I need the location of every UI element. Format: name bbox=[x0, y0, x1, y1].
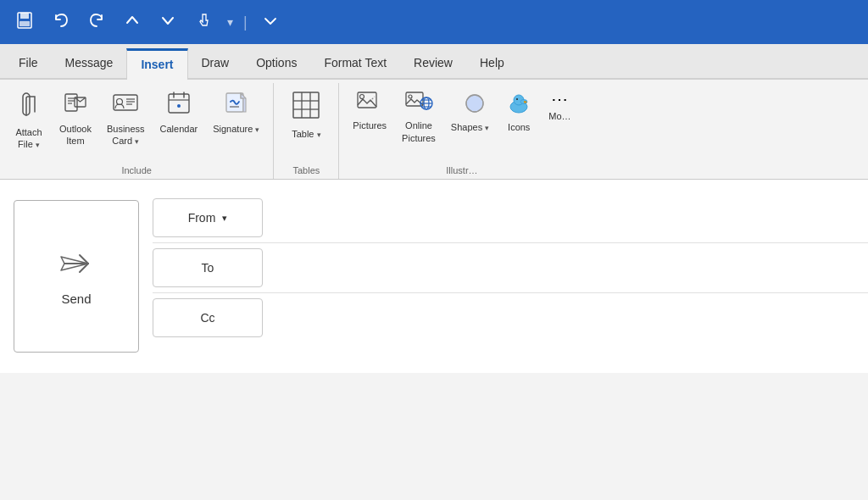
shapes-label: Shapes ▾ bbox=[451, 121, 489, 134]
tab-insert[interactable]: Insert bbox=[126, 48, 187, 80]
from-field-row: From ▾ bbox=[153, 193, 868, 243]
touch-dropdown-arrow: ▾ bbox=[227, 15, 233, 29]
outlook-item-label: OutlookItem bbox=[59, 123, 92, 147]
compose-area: Send From ▾ To Cc bbox=[0, 180, 868, 373]
business-card-button[interactable]: BusinessCard ▾ bbox=[100, 86, 152, 151]
svg-rect-3 bbox=[65, 94, 77, 111]
svg-point-40 bbox=[516, 98, 518, 100]
tab-message[interactable]: Message bbox=[52, 49, 127, 78]
save-icon[interactable] bbox=[10, 8, 39, 37]
send-panel[interactable]: Send bbox=[14, 200, 139, 353]
cc-input[interactable] bbox=[270, 299, 868, 336]
icons-button[interactable]: Icons bbox=[498, 86, 540, 137]
titlebar-separator: | bbox=[243, 14, 248, 31]
outlook-item-button[interactable]: OutlookItem bbox=[53, 86, 98, 150]
shapes-icon bbox=[456, 90, 485, 119]
tab-review[interactable]: Review bbox=[400, 49, 466, 78]
touch-mode-icon[interactable] bbox=[190, 8, 219, 37]
from-dropdown-icon: ▾ bbox=[222, 213, 227, 224]
svg-point-26 bbox=[360, 95, 364, 99]
move-up-icon[interactable] bbox=[119, 8, 146, 36]
signature-label: Signature ▾ bbox=[213, 123, 259, 136]
online-pictures-button[interactable]: OnlinePictures bbox=[395, 86, 442, 147]
table-button[interactable]: Table ▾ bbox=[281, 86, 331, 143]
cc-button[interactable]: Cc bbox=[153, 298, 263, 337]
shapes-button[interactable]: Shapes ▾ bbox=[444, 86, 496, 137]
pictures-icon bbox=[356, 90, 383, 118]
table-icon bbox=[291, 90, 321, 126]
compose-body: Send From ▾ To Cc bbox=[0, 180, 868, 373]
attach-file-label: AttachFile ▾ bbox=[15, 126, 42, 151]
more-illustrations-button[interactable]: ⋯ Mo… bbox=[542, 86, 577, 125]
to-field-row: To bbox=[153, 243, 868, 293]
tab-file[interactable]: File bbox=[5, 49, 52, 78]
attach-file-icon bbox=[16, 90, 42, 125]
svg-rect-1 bbox=[20, 13, 29, 19]
to-input[interactable] bbox=[270, 249, 868, 286]
fields-panel: From ▾ To Cc bbox=[153, 180, 868, 373]
svg-rect-2 bbox=[19, 21, 30, 26]
svg-rect-13 bbox=[169, 94, 189, 113]
signature-icon bbox=[224, 90, 249, 121]
ribbon-group-illustrations: Pictures OnlinePictures bbox=[339, 83, 584, 179]
include-group-items: AttachFile ▾ OutlookItem bbox=[7, 83, 266, 163]
calendar-label: Calendar bbox=[160, 123, 198, 135]
more-illustrations-icon: ⋯ bbox=[551, 90, 568, 108]
send-label: Send bbox=[61, 292, 91, 306]
undo-icon[interactable] bbox=[47, 8, 75, 36]
send-icon bbox=[58, 247, 95, 288]
to-button[interactable]: To bbox=[153, 248, 263, 287]
customize-qat-icon[interactable] bbox=[258, 9, 283, 36]
tables-group-items: Table ▾ bbox=[281, 83, 331, 163]
svg-line-27 bbox=[370, 97, 375, 102]
svg-rect-20 bbox=[293, 92, 319, 118]
include-group-label: Include bbox=[7, 163, 266, 179]
icons-label: Icons bbox=[508, 121, 530, 133]
cc-field-row: Cc bbox=[153, 293, 868, 342]
illustrations-group-label: Illustr… bbox=[346, 163, 577, 179]
pictures-button[interactable]: Pictures bbox=[346, 86, 393, 136]
more-illustrations-label: Mo… bbox=[548, 110, 570, 122]
to-label: To bbox=[202, 261, 214, 275]
signature-button[interactable]: Signature ▾ bbox=[206, 86, 266, 138]
attach-file-button[interactable]: AttachFile ▾ bbox=[7, 86, 51, 154]
tab-help[interactable]: Help bbox=[466, 49, 518, 78]
pictures-label: Pictures bbox=[353, 119, 387, 131]
tables-group-label: Tables bbox=[281, 163, 331, 179]
ribbon-tabs: File Message Insert Draw Options Format … bbox=[0, 44, 868, 80]
from-button[interactable]: From ▾ bbox=[153, 198, 263, 237]
cc-label: Cc bbox=[200, 311, 214, 325]
outlook-item-icon bbox=[63, 90, 88, 121]
calendar-button[interactable]: Calendar bbox=[153, 86, 205, 138]
icons-icon bbox=[504, 90, 533, 119]
ribbon-group-tables: Table ▾ Tables bbox=[274, 83, 339, 179]
online-pictures-icon bbox=[404, 90, 433, 118]
calendar-icon bbox=[166, 90, 192, 121]
table-label: Table ▾ bbox=[292, 128, 320, 141]
ribbon-group-include: AttachFile ▾ OutlookItem bbox=[0, 83, 274, 179]
move-down-icon[interactable] bbox=[154, 8, 181, 36]
ribbon-content: AttachFile ▾ OutlookItem bbox=[0, 80, 868, 180]
title-bar: ▾ | bbox=[0, 0, 868, 44]
tab-format-text[interactable]: Format Text bbox=[310, 49, 400, 78]
tab-options[interactable]: Options bbox=[242, 49, 310, 78]
tab-draw[interactable]: Draw bbox=[188, 49, 243, 78]
svg-point-17 bbox=[177, 104, 181, 108]
online-pictures-label: OnlinePictures bbox=[402, 119, 436, 144]
business-card-icon bbox=[112, 90, 139, 121]
from-label: From bbox=[188, 211, 216, 225]
redo-icon[interactable] bbox=[83, 8, 110, 36]
svg-point-29 bbox=[409, 95, 412, 98]
business-card-label: BusinessCard ▾ bbox=[107, 123, 145, 147]
illustrations-group-items: Pictures OnlinePictures bbox=[346, 83, 577, 163]
from-input[interactable] bbox=[270, 199, 868, 236]
